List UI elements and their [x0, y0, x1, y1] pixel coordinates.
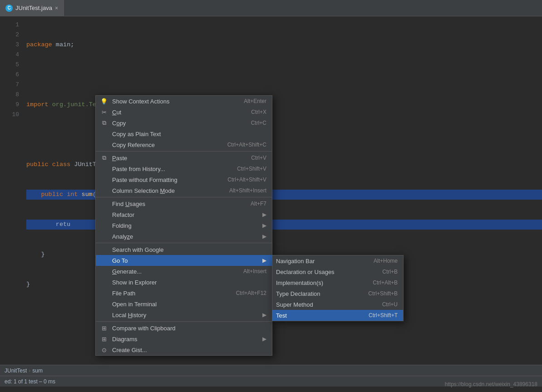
breadcrumb-bar: JUnitTest › sum — [0, 365, 542, 376]
breadcrumb-method[interactable]: sum — [32, 368, 43, 374]
submenu-item-super-method[interactable]: Super Method Ctrl+U — [272, 299, 403, 310]
diagrams-icon: ⊞ — [99, 336, 108, 343]
menu-item-refactor[interactable]: Refactor ▶ — [96, 209, 272, 220]
submenu-item-implementations[interactable]: Implementation(s) Ctrl+Alt+B — [272, 277, 403, 288]
submenu-item-navigation-bar[interactable]: Navigation Bar Alt+Home — [272, 255, 403, 266]
file-tab[interactable]: C JUnitTest.java × — [0, 0, 64, 16]
divider-1 — [96, 151, 272, 152]
tab-file-icon: C — [5, 5, 13, 12]
arrow-icon-local-history: ▶ — [262, 312, 266, 318]
github-icon: ⊙ — [99, 347, 108, 353]
paste-icon: ⧉ — [99, 154, 108, 162]
menu-item-folding[interactable]: Folding ▶ — [96, 220, 272, 231]
line-numbers: 1 2 3 4 5 6 7 8 9 10 — [0, 16, 23, 365]
arrow-icon-folding: ▶ — [262, 222, 266, 229]
menu-item-show-explorer[interactable]: Show in Explorer — [96, 277, 272, 288]
breadcrumb-sep1: › — [29, 368, 30, 374]
menu-item-generate[interactable]: Generate... Alt+Insert — [96, 266, 272, 277]
menu-item-paste-history[interactable]: Paste from History... Ctrl+Shift+V — [96, 163, 272, 174]
menu-item-show-context-actions[interactable]: 💡 Show Context Actions Alt+Enter — [96, 96, 272, 107]
submenu-item-declaration[interactable]: Declaration or Usages Ctrl+B — [272, 266, 403, 277]
compare-icon: ⊞ — [99, 325, 108, 332]
status-text: ed: 1 of 1 test – 0 ms — [5, 378, 55, 385]
goto-submenu: Navigation Bar Alt+Home Declaration or U… — [272, 255, 404, 321]
menu-item-go-to[interactable]: Go To ▶ — [96, 255, 272, 266]
tab-bar: C JUnitTest.java × — [0, 0, 542, 16]
scissors-icon: ✂ — [99, 109, 108, 116]
menu-item-analyze[interactable]: Analyze ▶ — [96, 231, 272, 242]
tab-close-button[interactable]: × — [55, 5, 58, 11]
menu-item-search-google[interactable]: Search with Google — [96, 244, 272, 255]
arrow-icon-goto: ▶ — [262, 257, 266, 264]
arrow-icon-refactor: ▶ — [262, 211, 266, 218]
menu-item-paste-no-format[interactable]: Paste without Formatting Ctrl+Alt+Shift+… — [96, 174, 272, 185]
menu-item-compare-clipboard[interactable]: ⊞ Compare with Clipboard — [96, 323, 272, 333]
context-menu: 💡 Show Context Actions Alt+Enter ✂ Cut C… — [95, 95, 272, 356]
submenu-item-type-declaration[interactable]: Type Declaration Ctrl+Shift+B — [272, 288, 403, 299]
menu-item-file-path[interactable]: File Path Ctrl+Alt+F12 — [96, 288, 272, 299]
menu-item-find-usages[interactable]: Find Usages Alt+F7 — [96, 198, 272, 209]
menu-item-column-selection[interactable]: Column Selection Mode Alt+Shift+Insert — [96, 185, 272, 196]
arrow-icon-diagrams: ▶ — [262, 336, 266, 342]
menu-item-diagrams[interactable]: ⊞ Diagrams ▶ — [96, 333, 272, 344]
menu-item-paste[interactable]: ⧉ Paste Ctrl+V — [96, 152, 272, 163]
divider-4 — [96, 321, 272, 322]
menu-item-copy-plain-text[interactable]: Copy as Plain Text — [96, 128, 272, 139]
submenu-item-test[interactable]: Test Ctrl+Shift+T — [272, 310, 403, 321]
menu-item-cut[interactable]: ✂ Cut Ctrl+X — [96, 107, 272, 118]
menu-item-local-history[interactable]: Local History ▶ — [96, 309, 272, 320]
lightbulb-icon: 💡 — [99, 98, 108, 105]
divider-2 — [96, 197, 272, 197]
menu-item-copy[interactable]: ⧉ Copy Ctrl+C — [96, 118, 272, 128]
menu-item-create-gist[interactable]: ⊙ Create Gist... — [96, 344, 272, 355]
code-line-2 — [26, 70, 542, 80]
divider-3 — [96, 243, 272, 243]
watermark: https://blog.csdn.net/weixin_43896318 — [445, 381, 537, 387]
menu-item-copy-reference[interactable]: Copy Reference Ctrl+Alt+Shift+C — [96, 139, 272, 150]
arrow-icon-analyze: ▶ — [262, 233, 266, 240]
copy-icon: ⧉ — [99, 119, 108, 127]
breadcrumb-class[interactable]: JUnitTest — [5, 368, 27, 374]
tab-filename: JUnitTest.java — [15, 5, 52, 11]
menu-item-open-terminal[interactable]: Open in Terminal — [96, 299, 272, 309]
code-line-1: package main; — [26, 40, 542, 50]
